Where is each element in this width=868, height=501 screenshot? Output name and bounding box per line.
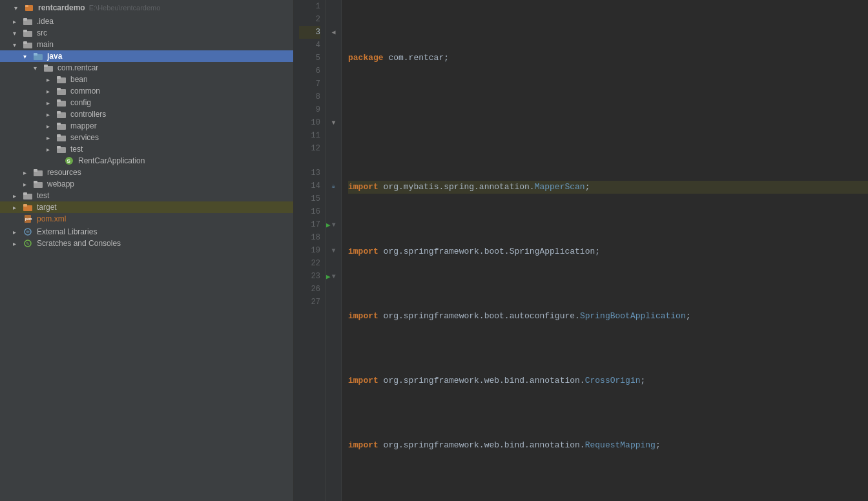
pom-label: pom.xml: [36, 214, 66, 223]
code-line-6: import org.springframework.web.bind.anno…: [348, 374, 868, 387]
sidebar-item-src[interactable]: src: [0, 27, 293, 39]
code-line-1: package com.rentcar;: [348, 52, 868, 65]
svg-rect-33: [23, 192, 27, 195]
sidebar-item-test-outer[interactable]: test: [0, 190, 293, 201]
sidebar-item-pom[interactable]: pom pom.xml: [0, 213, 293, 225]
file-tree-sidebar[interactable]: rentcardemo E:\Hebeu\rentcardemo .idea s…: [0, 0, 294, 501]
sidebar-item-main[interactable]: main: [0, 39, 293, 50]
sidebar-item-controllers[interactable]: controllers: [0, 108, 293, 120]
sidebar-item-resources[interactable]: resources: [0, 167, 293, 178]
code-line-3: import org.mybatis.spring.annotation.Map…: [348, 181, 868, 194]
sidebar-item-services[interactable]: services: [0, 132, 293, 143]
java-folder-icon: [32, 52, 44, 61]
resources-folder-icon: [32, 168, 44, 177]
svg-rect-31: [34, 181, 37, 183]
project-root[interactable]: rentcardemo E:\Hebeu\rentcardemo: [0, 0, 293, 15]
svg-rect-5: [23, 30, 27, 32]
sidebar-item-external-libs[interactable]: External Libraries: [0, 226, 293, 238]
sidebar-item-webapp[interactable]: webapp: [0, 178, 293, 190]
project-root-arrow: [14, 5, 23, 12]
java-arrow: [23, 53, 32, 60]
webapp-label: webapp: [46, 179, 74, 189]
line14-bean: ☕: [331, 182, 335, 190]
code-line-5: import org.springframework.boot.autoconf…: [348, 310, 868, 323]
sidebar-item-java[interactable]: java: [0, 50, 293, 62]
resources-arrow: [23, 169, 32, 176]
svg-rect-11: [44, 65, 48, 67]
code-editor[interactable]: 1 2 3 4 5 6 7 8 9 10 11 12 13 14 15 16 1…: [294, 0, 868, 501]
main-arrow: [13, 41, 22, 48]
code-line-4: import org.springframework.boot.SpringAp…: [348, 245, 868, 258]
code-line-7: import org.springframework.web.bind.anno…: [348, 439, 868, 452]
java-label: java: [46, 52, 62, 61]
svg-rect-23: [57, 134, 61, 137]
line17-collapse[interactable]: ▼: [332, 221, 336, 229]
svg-text:S: S: [67, 158, 71, 164]
comrentcar-label: com.rentcar: [56, 63, 98, 72]
line23-collapse[interactable]: ▼: [332, 273, 336, 280]
sidebar-item-com-rentcar[interactable]: com.rentcar: [0, 62, 293, 74]
controllers-arrow: [46, 111, 56, 118]
controllers-label: controllers: [69, 110, 106, 119]
test-inner-arrow: [46, 146, 56, 153]
line17-run[interactable]: ▶: [326, 221, 331, 229]
resources-label: resources: [46, 168, 81, 177]
src-label: src: [36, 28, 47, 37]
svg-rect-29: [34, 169, 37, 172]
rentcarapp-label: RentCarApplication: [77, 156, 145, 165]
common-folder-icon: [56, 87, 67, 96]
ext-libs-arrow: [13, 229, 22, 236]
main-folder-icon: [22, 40, 34, 49]
test-outer-arrow: [13, 192, 22, 199]
svg-rect-13: [57, 76, 61, 79]
line3-gutter[interactable]: ◀: [331, 28, 335, 36]
sidebar-item-scratches[interactable]: ✎ Scratches and Consoles: [0, 238, 293, 249]
svg-rect-35: [23, 204, 27, 207]
sidebar-item-mapper[interactable]: mapper: [0, 120, 293, 132]
svg-rect-19: [57, 111, 61, 114]
line19-collapse[interactable]: ▼: [331, 247, 335, 254]
ext-libs-label: External Libraries: [36, 227, 97, 236]
svg-rect-17: [57, 99, 61, 102]
project-icon: [23, 3, 35, 12]
idea-arrow: [13, 18, 22, 25]
sidebar-item-idea[interactable]: .idea: [0, 15, 293, 27]
svg-rect-9: [34, 53, 37, 56]
scratches-icon: ✎: [22, 239, 34, 248]
sidebar-item-target[interactable]: target: [0, 201, 293, 213]
test-outer-label: test: [36, 191, 49, 200]
test-inner-label: test: [69, 145, 83, 154]
comrentcar-arrow: [34, 65, 43, 72]
line10-collapse[interactable]: ▼: [331, 119, 335, 127]
main-label: main: [36, 40, 54, 49]
svg-text:✎: ✎: [26, 241, 30, 246]
code-content-area[interactable]: package com.rentcar; import org.mybatis.…: [342, 0, 868, 501]
test-outer-folder-icon: [22, 191, 34, 200]
project-name: rentcardemo: [37, 3, 85, 12]
ext-libs-icon: [22, 227, 34, 236]
rentcarapp-icon: S: [63, 156, 75, 165]
scratches-arrow: [13, 240, 22, 247]
sidebar-item-common[interactable]: common: [0, 85, 293, 97]
sidebar-item-bean[interactable]: bean: [0, 74, 293, 85]
code-line-2: [348, 116, 868, 129]
controllers-folder-icon: [56, 110, 67, 119]
services-label: services: [69, 133, 99, 142]
svg-rect-3: [23, 18, 27, 21]
sidebar-item-test-inner[interactable]: test: [0, 143, 293, 155]
config-label: config: [69, 98, 91, 107]
svg-rect-1: [25, 5, 28, 7]
mapper-arrow: [46, 123, 56, 130]
webapp-folder-icon: [32, 179, 44, 189]
mapper-folder-icon: [56, 121, 67, 130]
line23-run[interactable]: ▶: [326, 272, 331, 281]
target-arrow: [13, 204, 22, 211]
sidebar-item-rentcarapp[interactable]: S RentCarApplication: [0, 155, 293, 167]
target-folder-icon: [22, 203, 34, 212]
svg-rect-7: [23, 41, 27, 44]
sidebar-item-config[interactable]: config: [0, 97, 293, 108]
mapper-label: mapper: [69, 121, 97, 130]
config-arrow: [46, 99, 56, 107]
svg-rect-25: [57, 146, 61, 148]
gutter-icons: ◀ ▼ ☕ ▶ ▼ ▼: [326, 0, 342, 501]
